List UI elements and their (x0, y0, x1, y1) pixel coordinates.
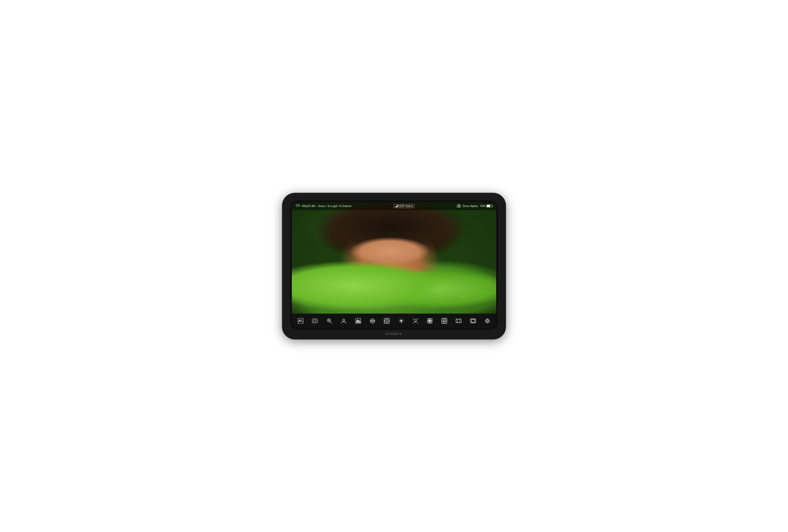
svg-point-48 (486, 320, 488, 322)
toolbar (292, 314, 496, 328)
signal-bars-icon (395, 205, 398, 207)
svg-rect-16 (358, 320, 359, 323)
svg-rect-17 (359, 321, 360, 323)
camera-icon (457, 204, 461, 208)
grid-button[interactable] (440, 316, 449, 326)
face-detect-button[interactable] (411, 316, 420, 326)
status-right: Sony Alpha 70% (457, 204, 492, 208)
camera-name-text: Sony Alpha (463, 204, 478, 208)
svg-rect-3 (457, 205, 460, 208)
zebra-button[interactable] (382, 316, 391, 326)
hdmi-input-icon (296, 204, 300, 208)
anamorphic-button[interactable] (397, 316, 406, 326)
display-mode-text: SDR Native (399, 205, 413, 208)
battery-fill (487, 205, 490, 207)
video-person-detail (292, 202, 496, 314)
svg-rect-35 (430, 319, 431, 321)
svg-rect-0 (296, 205, 299, 206)
svg-point-4 (458, 206, 459, 207)
zoom-button[interactable] (325, 316, 334, 326)
svg-rect-34 (429, 319, 430, 321)
device-screen: HDp23.98 – Sony / S-Log3 / S-Gamut SDR N… (292, 202, 496, 328)
record-button[interactable] (310, 316, 319, 326)
svg-point-30 (414, 319, 417, 322)
frame-guide-button[interactable] (425, 316, 434, 326)
svg-point-12 (343, 319, 345, 321)
svg-rect-14 (356, 321, 357, 323)
waveform-button[interactable] (296, 316, 305, 326)
svg-rect-38 (442, 318, 447, 323)
svg-marker-2 (300, 205, 300, 206)
svg-rect-19 (373, 320, 374, 321)
video-preview[interactable] (292, 202, 496, 314)
atomos-brand-label: ATOMOS (386, 332, 402, 335)
svg-rect-47 (471, 319, 475, 322)
svg-rect-37 (430, 321, 431, 322)
focus-peaking-button[interactable] (339, 316, 348, 326)
status-center: SDR Native (394, 204, 414, 208)
svg-rect-43 (456, 319, 461, 323)
settings-button[interactable] (483, 316, 492, 326)
svg-rect-5 (298, 318, 303, 323)
status-bar: HDp23.98 – Sony / S-Log3 / S-Gamut SDR N… (292, 202, 496, 210)
safe-area-button[interactable] (469, 316, 478, 326)
svg-rect-36 (429, 321, 430, 322)
display-mode-badge: SDR Native (394, 204, 414, 208)
atomos-device: HDp23.98 – Sony / S-Log3 / S-Gamut SDR N… (282, 193, 506, 339)
svg-line-9 (330, 322, 332, 323)
status-left: HDp23.98 – Sony / S-Log3 / S-Gamut (296, 204, 351, 208)
svg-rect-18 (371, 320, 372, 321)
device-inner-bezel: HDp23.98 – Sony / S-Log3 / S-Gamut SDR N… (290, 200, 498, 330)
svg-point-7 (314, 319, 316, 322)
aspect-ratio-button[interactable] (454, 316, 463, 326)
svg-point-29 (401, 320, 402, 321)
battery-icon (486, 204, 492, 208)
histogram-button[interactable] (354, 316, 363, 326)
svg-rect-20 (384, 318, 389, 323)
signal-info-text: HDp23.98 – Sony / S-Log3 / S-Gamut (302, 204, 351, 208)
battery-percent-text: 70% (479, 204, 486, 208)
battery-container: 70% (479, 204, 492, 208)
svg-rect-15 (357, 319, 358, 323)
false-color-button[interactable] (368, 316, 377, 326)
